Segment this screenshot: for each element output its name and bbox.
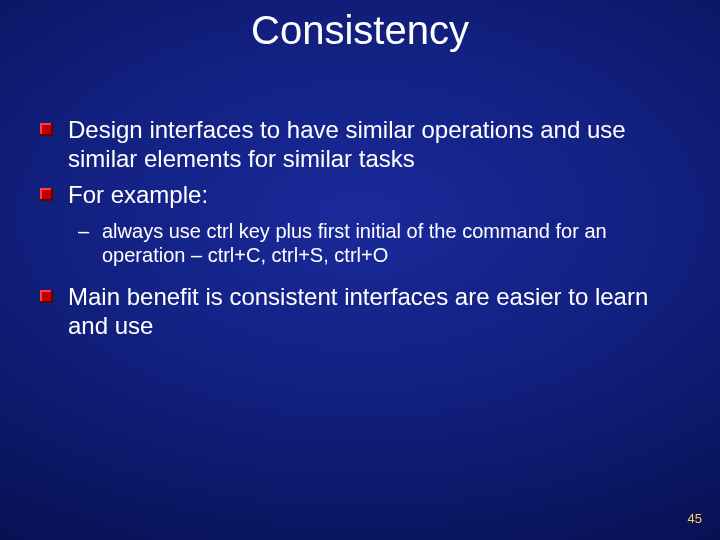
square-bullet-icon xyxy=(40,188,53,201)
dash-bullet-icon: – xyxy=(78,219,89,243)
sub-bullet-text: always use ctrl key plus first initial o… xyxy=(102,220,607,266)
bullet-item: Main benefit is consistent interfaces ar… xyxy=(38,282,682,341)
bullet-item: Design interfaces to have similar operat… xyxy=(38,115,682,174)
bullet-item: For example: xyxy=(38,180,682,209)
slide-body: Design interfaces to have similar operat… xyxy=(38,115,682,346)
bullet-text: Design interfaces to have similar operat… xyxy=(68,116,626,172)
bullet-text: For example: xyxy=(68,181,208,208)
sub-bullet-item: – always use ctrl key plus first initial… xyxy=(38,219,682,268)
slide: Consistency Design interfaces to have si… xyxy=(0,0,720,540)
slide-title: Consistency xyxy=(0,8,720,53)
square-bullet-icon xyxy=(40,123,53,136)
square-bullet-icon xyxy=(40,290,53,303)
page-number: 45 xyxy=(688,511,702,526)
bullet-text: Main benefit is consistent interfaces ar… xyxy=(68,283,648,339)
